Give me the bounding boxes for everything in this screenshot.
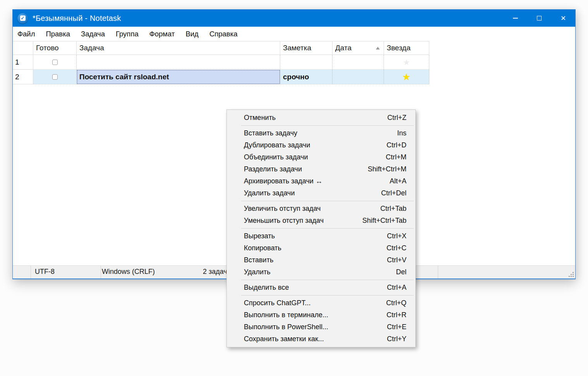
menu-item-label: Дублировать задачи [244, 141, 310, 149]
star-icon[interactable]: ★ [403, 58, 410, 66]
col-header-done[interactable]: Готово [33, 41, 77, 55]
menu-item-shortcut: Ctrl+Z [387, 114, 407, 122]
checkbox-logo-icon: ✓ [20, 15, 26, 21]
title-bar: ✓ *Безымянный - Notetask ✕ [13, 10, 575, 27]
menu-item-label: Выделить все [244, 284, 289, 292]
menu-item-decrease-indent[interactable]: Уменьшить отступ задач Shift+Ctrl+Tab [227, 215, 415, 227]
minimize-button[interactable] [503, 10, 527, 27]
menu-item-shortcut: Ctrl+Del [381, 189, 406, 197]
col-header-star[interactable]: Звезда [384, 41, 429, 55]
menu-file[interactable]: Файл [12, 27, 40, 41]
menu-item-ask-chatgpt[interactable]: Спросить ChatGPT... Ctrl+Q [227, 297, 415, 309]
menu-item-run-terminal[interactable]: Выполнить в терминале... Ctrl+R [227, 309, 415, 321]
menu-item-label: Удалить задачи [244, 189, 295, 197]
menu-bar: Файл Правка Задача Группа Формат Вид Спр… [13, 27, 575, 41]
menu-item-shortcut: Ctrl+M [386, 153, 407, 161]
date-cell[interactable] [333, 55, 384, 70]
menu-item-undo[interactable]: Отменить Ctrl+Z [227, 112, 415, 124]
menu-item-shortcut: Ctrl+X [387, 232, 406, 240]
status-separator [101, 266, 101, 279]
menu-item-shortcut: Ctrl+Q [386, 299, 406, 307]
context-menu: Отменить Ctrl+Z Вставить задачу Ins Дубл… [226, 109, 416, 347]
menu-separator [241, 280, 414, 280]
close-button[interactable]: ✕ [551, 10, 575, 27]
table-row[interactable]: 1 ★ [13, 55, 429, 70]
menu-item-duplicate-tasks[interactable]: Дублировать задачи Ctrl+D [227, 139, 415, 151]
status-line-endings: Windows (CRLF) [102, 268, 155, 276]
menu-item-label: Выполнить в терминале... [244, 311, 328, 319]
menu-group[interactable]: Группа [110, 27, 144, 41]
menu-separator [241, 201, 414, 201]
date-cell[interactable] [333, 70, 384, 84]
task-cell[interactable] [77, 55, 280, 70]
menu-item-label: Выполнить в PowerShell... [244, 323, 328, 331]
status-encoding: UTF-8 [35, 268, 55, 276]
maximize-button[interactable] [527, 10, 551, 27]
menu-task[interactable]: Задача [75, 27, 110, 41]
done-cell[interactable] [33, 55, 77, 70]
col-header-date-label: Дата [335, 44, 351, 52]
menu-item-shortcut: Ctrl+D [386, 141, 406, 149]
star-cell[interactable]: ★ [384, 70, 429, 84]
table-header-row: Готово Задача Заметка Дата Звезда [13, 41, 429, 55]
menu-item-paste[interactable]: Вставить Ctrl+V [227, 254, 415, 266]
minimize-icon [513, 18, 518, 19]
menu-separator [241, 125, 414, 126]
menu-item-run-powershell[interactable]: Выполнить в PowerShell... Ctrl+E [227, 321, 415, 333]
col-header-date[interactable]: Дата [333, 41, 384, 55]
menu-item-label: Уменьшить отступ задач [244, 217, 324, 225]
window-title: *Безымянный - Notetask [33, 14, 121, 23]
status-separator [31, 266, 31, 279]
status-task-count: 2 задач [203, 268, 227, 276]
star-cell[interactable]: ★ [384, 55, 429, 70]
menu-item-archive-tasks[interactable]: Архивировать задачи ↔ Alt+A [227, 175, 415, 187]
done-cell[interactable] [33, 70, 77, 84]
menu-item-cut[interactable]: Вырезать Ctrl+X [227, 230, 415, 242]
menu-item-label: Разделить задачи [244, 165, 302, 173]
close-icon: ✕ [561, 15, 566, 22]
menu-item-shortcut: Ctrl+C [386, 244, 406, 252]
menu-item-delete[interactable]: Удалить Del [227, 266, 415, 278]
col-header-task[interactable]: Задача [77, 41, 280, 55]
done-checkbox[interactable] [52, 60, 58, 65]
resize-grip-icon[interactable] [568, 272, 574, 277]
menu-item-label: Сохранить заметки как... [244, 335, 324, 343]
menu-item-shortcut: Ctrl+Tab [380, 205, 406, 213]
menu-item-label: Архивировать задачи ↔ [244, 177, 322, 185]
menu-item-delete-tasks[interactable]: Удалить задачи Ctrl+Del [227, 187, 415, 199]
menu-item-select-all[interactable]: Выделить все Ctrl+A [227, 282, 415, 294]
menu-item-copy[interactable]: Копировать Ctrl+C [227, 242, 415, 254]
col-header-rownum [13, 41, 33, 55]
col-header-note[interactable]: Заметка [280, 41, 333, 55]
done-checkbox[interactable] [52, 74, 58, 80]
menu-item-label: Вырезать [244, 232, 275, 240]
menu-view[interactable]: Вид [180, 27, 204, 41]
menu-item-shortcut: Shift+Ctrl+M [368, 165, 406, 173]
menu-help[interactable]: Справка [204, 27, 243, 41]
task-table: Готово Задача Заметка Дата Звезда 1 ★ [13, 41, 429, 84]
menu-item-label: Объединить задачи [244, 153, 308, 161]
sort-asc-icon [376, 47, 380, 50]
star-icon[interactable]: ★ [403, 73, 410, 81]
menu-separator [241, 295, 414, 296]
menu-item-shortcut: Shift+Ctrl+Tab [362, 217, 406, 225]
menu-separator [241, 228, 414, 229]
menu-item-shortcut: Ctrl+E [387, 323, 406, 331]
app-icon: ✓ [17, 13, 28, 24]
menu-item-insert-task[interactable]: Вставить задачу Ins [227, 127, 415, 139]
note-cell[interactable] [280, 55, 333, 70]
task-cell[interactable]: Посетить сайт rsload.net [77, 70, 280, 84]
row-number-cell: 2 [13, 70, 33, 84]
menu-item-split-tasks[interactable]: Разделить задачи Shift+Ctrl+M [227, 163, 415, 175]
note-cell[interactable]: срочно [280, 70, 333, 84]
menu-format[interactable]: Формат [144, 27, 180, 41]
menu-edit[interactable]: Правка [40, 27, 75, 41]
maximize-icon [537, 16, 542, 21]
menu-item-merge-tasks[interactable]: Объединить задачи Ctrl+M [227, 151, 415, 163]
menu-item-increase-indent[interactable]: Увеличить отступ задач Ctrl+Tab [227, 203, 415, 215]
menu-item-shortcut: Ctrl+A [387, 284, 406, 292]
menu-item-save-notes-as[interactable]: Сохранить заметки как... Ctrl+Y [227, 333, 415, 345]
menu-item-label: Увеличить отступ задач [244, 205, 321, 213]
table-row-selected[interactable]: 2 Посетить сайт rsload.net срочно ★ [13, 70, 429, 84]
menu-item-label: Спросить ChatGPT... [244, 299, 310, 307]
